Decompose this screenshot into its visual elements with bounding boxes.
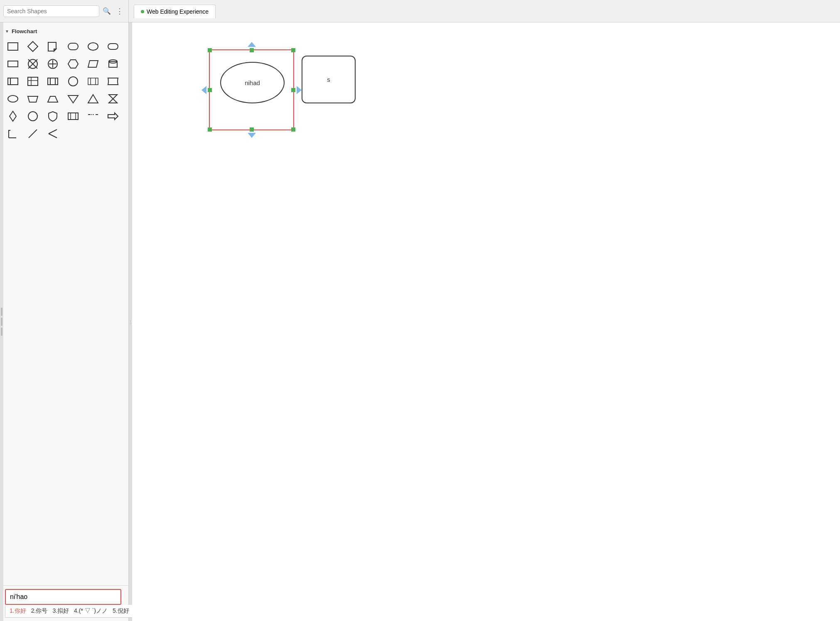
- shape-oval[interactable]: [5, 91, 21, 107]
- arrow-handle-top[interactable]: [248, 42, 256, 47]
- shape-cross[interactable]: [25, 56, 41, 72]
- shape-process[interactable]: [45, 73, 61, 89]
- ime-candidate-5[interactable]: 5.倪好: [113, 607, 129, 615]
- ime-text-input[interactable]: [5, 589, 121, 605]
- tab-active-dot: [141, 10, 144, 13]
- svg-marker-1: [28, 42, 38, 51]
- handle-mid-left[interactable]: [208, 88, 212, 92]
- selected-shape-container[interactable]: nihad: [209, 49, 294, 130]
- more-icon: ⋮: [116, 7, 123, 15]
- shape-rect3[interactable]: [5, 73, 21, 89]
- sidebar: ▼ Flowchart: [0, 22, 129, 621]
- shape-inv-triangle[interactable]: [65, 91, 81, 107]
- shape-diamond2[interactable]: [5, 108, 21, 124]
- svg-line-42: [29, 130, 37, 138]
- svg-rect-5: [8, 61, 18, 67]
- handle-mid-right[interactable]: [291, 88, 295, 92]
- sidebar-bottom: 1.你好 2.你号 3.拟好 4.(* ▽ `)ノノ 5.倪好 ‹ ›: [0, 585, 128, 621]
- svg-rect-17: [28, 77, 38, 86]
- shape-hourglass[interactable]: [105, 91, 121, 107]
- edge-indicator-1: [1, 308, 2, 316]
- more-button[interactable]: ⋮: [114, 6, 125, 17]
- shape-rect2[interactable]: [5, 56, 21, 72]
- svg-rect-4: [108, 44, 118, 49]
- svg-point-23: [69, 77, 78, 86]
- section-collapse-arrow: ▼: [5, 29, 9, 34]
- shape-rectangle[interactable]: [5, 39, 21, 54]
- shape-bidirectional[interactable]: [45, 126, 61, 142]
- shape-cylinder[interactable]: [105, 56, 121, 72]
- svg-marker-12: [88, 61, 98, 67]
- svg-marker-31: [88, 95, 98, 103]
- svg-rect-24: [88, 78, 98, 85]
- svg-marker-41: [108, 113, 118, 120]
- arrow-handle-bottom[interactable]: [248, 133, 256, 138]
- top-bar: 🔍 ⋮ Web Editing Experience: [0, 0, 840, 22]
- resize-handle[interactable]: ⋮: [129, 22, 132, 621]
- shape-stadium[interactable]: [105, 39, 121, 54]
- svg-marker-33: [10, 111, 16, 121]
- shape-triangle[interactable]: [85, 91, 101, 107]
- svg-point-3: [88, 43, 98, 50]
- search-button[interactable]: 🔍: [102, 6, 112, 16]
- shape-note[interactable]: [45, 39, 61, 54]
- shape-dots[interactable]: [85, 108, 101, 124]
- shape-banner[interactable]: [105, 73, 121, 89]
- tab-label: Web Editing Experience: [147, 8, 209, 15]
- handle-top-right[interactable]: [291, 48, 295, 52]
- shape-plus[interactable]: [45, 56, 61, 72]
- shape-circle2[interactable]: [25, 108, 41, 124]
- shape-parallelogram[interactable]: [85, 56, 101, 72]
- shape-shield[interactable]: [45, 108, 61, 124]
- ime-candidate-4[interactable]: 4.(* ▽ `)ノノ: [74, 607, 108, 615]
- arrow-handle-right[interactable]: [297, 86, 302, 94]
- edge-indicator-3: [1, 328, 2, 336]
- handle-bottom-mid[interactable]: [250, 127, 254, 132]
- shape-diamond[interactable]: [25, 39, 41, 54]
- ellipse-shape[interactable]: nihad: [220, 62, 285, 103]
- handle-top-left[interactable]: [208, 48, 212, 52]
- ime-input-container: 1.你好 2.你号 3.拟好 4.(* ▽ `)ノノ 5.倪好 ‹ ›: [0, 586, 128, 621]
- svg-line-44: [49, 134, 57, 138]
- edge-indicator-2: [1, 318, 2, 326]
- search-input[interactable]: [3, 5, 99, 17]
- handle-bottom-right[interactable]: [291, 127, 295, 132]
- svg-point-27: [8, 95, 18, 102]
- main-content: ▼ Flowchart: [0, 22, 840, 621]
- shape-table[interactable]: [25, 73, 41, 89]
- canvas-area[interactable]: nihad s: [132, 22, 840, 621]
- shape-circle[interactable]: [65, 73, 81, 89]
- svg-marker-30: [68, 95, 78, 103]
- shape-rect4[interactable]: [85, 73, 101, 89]
- ime-candidate-3[interactable]: 3.拟好: [52, 607, 69, 615]
- ime-candidate-2[interactable]: 2.你号: [31, 607, 48, 615]
- shapes-panel: ▼ Flowchart: [0, 22, 128, 585]
- svg-rect-15: [8, 78, 18, 85]
- flowchart-section-header[interactable]: ▼ Flowchart: [5, 26, 123, 37]
- shape-trapezoid[interactable]: [25, 91, 41, 107]
- svg-rect-2: [68, 43, 78, 50]
- svg-rect-20: [48, 78, 58, 85]
- svg-line-43: [49, 130, 57, 134]
- svg-point-34: [28, 112, 37, 121]
- shape-hexagon[interactable]: [65, 56, 81, 72]
- ellipse-label: nihad: [245, 79, 260, 86]
- ime-candidate-1[interactable]: 1.你好: [10, 607, 26, 615]
- handle-top-mid[interactable]: [250, 48, 254, 52]
- svg-marker-28: [28, 96, 38, 102]
- handle-bottom-left[interactable]: [208, 127, 212, 132]
- shapes-grid: [5, 37, 123, 143]
- shape-ellipse[interactable]: [85, 39, 101, 54]
- section-title: Flowchart: [12, 28, 37, 34]
- shape-diagonal[interactable]: [25, 126, 41, 142]
- rounded-rect-shape[interactable]: s: [302, 56, 356, 103]
- svg-marker-29: [48, 96, 58, 102]
- shape-arrow[interactable]: [105, 108, 121, 124]
- arrow-handle-left[interactable]: [201, 86, 206, 94]
- shape-filmstrip[interactable]: [65, 108, 81, 124]
- shape-trapezoid2[interactable]: [45, 91, 61, 107]
- tab-web-editing[interactable]: Web Editing Experience: [134, 5, 216, 18]
- svg-marker-32: [109, 95, 117, 103]
- shape-corner[interactable]: [5, 126, 21, 142]
- shape-rounded-rect[interactable]: [65, 39, 81, 54]
